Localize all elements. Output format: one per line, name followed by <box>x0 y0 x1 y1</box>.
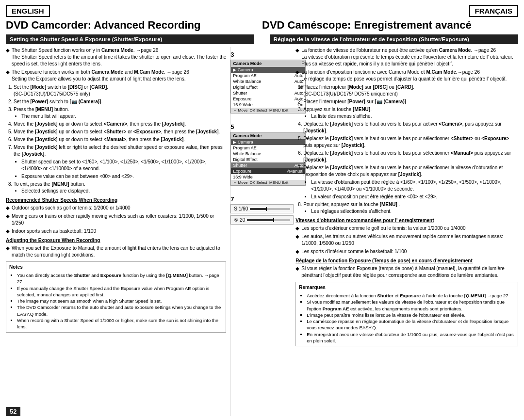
fr-shutter-2: ◆ Les autos, les trains ou autres véhicu… <box>295 233 518 247</box>
fr-step-8: Pour quitter, appuyez sur la touche [MEN… <box>303 201 518 215</box>
section-header-en: Setting the Shutter Speed & Exposure (Sh… <box>6 34 254 44</box>
en-step-3: Press the [MENU] button.The menu list wi… <box>14 106 226 120</box>
remarque-1: Accédez directement à la fonction Shutte… <box>307 292 515 299</box>
en-exposure-1: ◆ When you set the Exposure to Manual, t… <box>6 245 226 258</box>
lang-english: ENGLISH <box>6 5 50 17</box>
fr-step-1: Placez l'interrupteur [Mode] sur [DISC] … <box>303 84 518 97</box>
fr-exposure-1: ◆ Si vous réglez la fonction Exposure (t… <box>295 265 518 279</box>
remarques-title: Remarques <box>299 284 515 291</box>
remarques-list: Accédez directement à la fonction Shutte… <box>307 292 515 344</box>
section-header-fr: Réglage de la vitesse de l'obturateur et… <box>270 34 518 44</box>
note-2: If you manually change the Shutter Speed… <box>17 285 223 298</box>
remarques-box: Remarques Accédez directement à la fonct… <box>295 282 518 346</box>
exposure-display: ⑤ 20 <box>230 215 294 225</box>
fr-step-3: Appuyez sur la touche [MENU].La liste de… <box>303 106 518 120</box>
notes-list: You can directly access the Shutter and … <box>17 272 223 330</box>
page: ENGLISH FRANÇAIS DVD Camcorder: Advanced… <box>0 0 524 420</box>
notes-title: Notes <box>9 264 223 271</box>
diagram-7: 7 S·1/60 ⑤ 20 <box>230 195 294 225</box>
en-step-4: Move the [Joystick] up or down to select… <box>14 121 226 128</box>
section-headers: Setting the Shutter Speed & Exposure (Sh… <box>6 34 518 44</box>
fr-steps: Placez l'interrupteur [Mode] sur [DISC] … <box>303 84 518 215</box>
en-step-5: Move the [Joystick] up or down to select… <box>14 129 226 135</box>
fr-step-5: Déplacez le [Joystick] vers le haut ou v… <box>303 135 518 149</box>
french-column: ◆ La fonction de vitesse de l'obturateur… <box>294 47 518 416</box>
diagram-3-label: 3 <box>230 51 294 58</box>
main-content: ◆ The Shutter Speed function works only … <box>6 47 518 416</box>
en-subheader-exposure: Adjusting the Exposure When Recording <box>6 237 226 244</box>
diagram-7-label: 7 <box>230 195 294 203</box>
diagram-5-label: 5 <box>230 123 294 130</box>
en-step-6: Move the [Joystick] up or down to select… <box>14 136 226 143</box>
english-column: ◆ The Shutter Speed function works only … <box>6 47 230 416</box>
note-1: You can directly access the Shutter and … <box>17 272 223 285</box>
remarque-4: Le caméscope repasse en réglage automati… <box>307 318 515 331</box>
en-shutter-3: ◆ Indoor sports such as basketball: 1/10… <box>6 228 226 235</box>
en-shutter-1: ◆ Outdoor sports such as golf or tennis:… <box>6 205 226 211</box>
shutter-value: S·1/60 <box>234 206 248 211</box>
fr-subheader-exposure: Réglage de la fonction Exposure (Temps d… <box>295 258 518 264</box>
en-bullet-2: ◆ The Exposure function works in both Ca… <box>6 69 226 82</box>
title-fr: DVD Caméscope: Enregistrement avancé <box>262 19 518 32</box>
lang-francais: FRANÇAIS <box>469 5 519 17</box>
header-row: ENGLISH FRANÇAIS <box>6 5 518 17</box>
diagram-3: 3 Camera Mode ▶ Camera Program AEAuto Wh… <box>230 51 294 113</box>
en-subheader-shutter: Recommended Shutter Speeds When Recordin… <box>6 197 226 204</box>
fr-step-4: Déplacez le [Joystick] vers le haut ou v… <box>303 121 518 134</box>
note-5: When recording with a Shutter Speed of 1… <box>17 317 223 330</box>
fr-step-2: Placez l'interrupteur [Power] sur [📷 (Ca… <box>303 98 518 105</box>
title-en: DVD Camcorder: Advanced Recording <box>6 19 252 32</box>
en-steps: Set the [Mode] switch to [DISC] or [CARD… <box>14 84 226 194</box>
en-step-7: Move the [Joystick] left or right to sel… <box>14 144 226 180</box>
remarque-3: L'image peut paraître moins lisse lorsqu… <box>307 312 515 318</box>
en-bullet-1: ◆ The Shutter Speed function works only … <box>6 47 226 67</box>
fr-shutter-1: ◆ Les sports d'extérieur comme le golf o… <box>295 225 518 232</box>
fr-subheader-shutter: Vitesses d'obturation recommandées pour … <box>295 217 518 224</box>
page-number: 52 <box>6 407 20 416</box>
en-step-2: Set the [Power] switch to [📷 (Camera)]. <box>14 98 226 105</box>
en-step-1: Set the [Mode] switch to [DISC] or [CARD… <box>14 84 226 97</box>
shutter-display: S·1/60 <box>230 204 294 213</box>
note-3: The image may not seem as smooth when a … <box>17 298 223 304</box>
fr-shutter-3: ◆ Les sports d'intérieur comme le basket… <box>295 248 518 255</box>
exposure-value: ⑤ 20 <box>234 217 245 223</box>
remarque-2: Si vous modifiez manuellement les valeur… <box>307 299 515 312</box>
diagrams-column: 3 Camera Mode ▶ Camera Program AEAuto Wh… <box>230 47 294 416</box>
fr-bullet-2: ◆ La fonction d'exposition fonctionne av… <box>295 69 518 82</box>
remarque-5: En enregistrant avec une vitesse d'obtur… <box>307 331 515 344</box>
note-4: The DVD Camcorder returns to the auto sh… <box>17 304 223 317</box>
notes-box: Notes You can directly access the Shutte… <box>6 261 226 333</box>
en-step-8: To exit, press the [MENU] button.Selecte… <box>14 181 226 194</box>
fr-bullet-1: ◆ La fonction de vitesse de l'obturateur… <box>295 47 518 67</box>
fr-step-6: Déplacez le [Joystick] vers le haut ou v… <box>303 150 518 163</box>
diagram-5: 5 Camera Mode ▶ Camera Program AE White … <box>230 123 294 186</box>
fr-step-7: Déplacez le [Joystick] vers le haut ou v… <box>303 164 518 200</box>
main-titles: DVD Camcorder: Advanced Recording DVD Ca… <box>6 19 518 32</box>
en-shutter-2: ◆ Moving cars or trains or other rapidly… <box>6 213 226 226</box>
